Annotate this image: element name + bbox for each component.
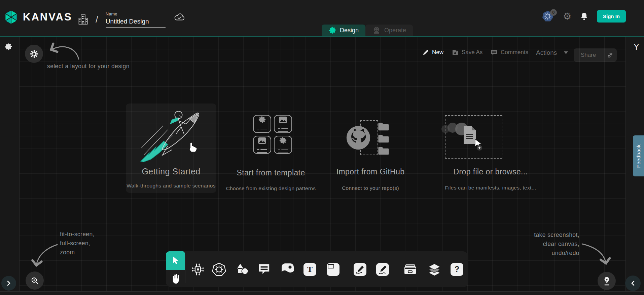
dock-divider bbox=[396, 255, 396, 283]
pan-tool-button[interactable] bbox=[166, 270, 185, 287]
magnifier-plus-icon bbox=[31, 277, 39, 285]
card-drop-file[interactable]: Drop file or browse... Files can be mani… bbox=[441, 113, 540, 190]
save-as-button[interactable]: Save As bbox=[452, 49, 482, 56]
operate-headset-icon bbox=[372, 26, 381, 35]
kubernetes-context-count-badge: 0 bbox=[550, 9, 557, 16]
cursor-arrow-icon bbox=[171, 256, 180, 265]
new-label: New bbox=[432, 49, 443, 56]
card-title: Drop file or browse... bbox=[441, 167, 540, 176]
screenshot-pen-button[interactable] bbox=[598, 272, 616, 290]
layers-tool-button[interactable] bbox=[425, 251, 444, 287]
mode-tabbar: Design Operate bbox=[322, 25, 413, 36]
share-button[interactable]: Share bbox=[574, 48, 617, 62]
panel-collapse-button[interactable] bbox=[625, 276, 641, 291]
kubernetes-context-switcher[interactable]: 0 bbox=[542, 10, 554, 23]
view-controls-hint-text: fit-to-screen, full-screen, zoom bbox=[60, 230, 95, 257]
sidebar-expand-button[interactable] bbox=[1, 276, 16, 291]
comment-tool-button[interactable] bbox=[255, 251, 274, 287]
pencil-new-icon bbox=[422, 49, 429, 56]
layers-icon bbox=[427, 263, 441, 276]
card-title: Import from GitHub bbox=[325, 167, 416, 176]
meshery-spinner-icon bbox=[4, 43, 12, 51]
design-pinwheel-icon bbox=[328, 26, 336, 34]
chevron-left-icon bbox=[631, 280, 635, 286]
card-title: Start from template bbox=[224, 168, 318, 177]
image-tool-button[interactable] bbox=[278, 251, 297, 287]
sign-in-button[interactable]: Sign In bbox=[597, 10, 626, 23]
share-label: Share bbox=[574, 52, 603, 58]
layout-snowflake-icon bbox=[30, 49, 39, 58]
drawer-tool-button[interactable] bbox=[401, 251, 420, 287]
pen-tool-tile bbox=[354, 263, 366, 276]
tab-operate[interactable]: Operate bbox=[365, 25, 413, 36]
kanvas-logo-icon bbox=[4, 9, 18, 25]
question-mark-glyph: ? bbox=[455, 265, 459, 274]
help-tool-tile: ? bbox=[451, 263, 463, 276]
kanvas-app: KANVAS / Name bbox=[0, 0, 644, 295]
chevron-down-icon bbox=[564, 51, 568, 54]
pen-tool-button[interactable] bbox=[351, 251, 369, 287]
y-resize-handle[interactable]: Y bbox=[634, 42, 639, 52]
note-tool-button[interactable] bbox=[324, 251, 343, 287]
comments-button[interactable]: Comments bbox=[491, 49, 528, 56]
notifications-bell-icon[interactable] bbox=[580, 12, 588, 21]
hand-icon bbox=[171, 273, 180, 284]
bottom-edge bbox=[0, 291, 644, 295]
canvas-actions-hint-text: take screenshot, clear canvas, undo/redo bbox=[534, 230, 579, 258]
organization-building-icon[interactable] bbox=[78, 13, 88, 26]
actions-dropdown[interactable]: Actions bbox=[536, 49, 568, 56]
layout-hint-text: select a layout for your design bbox=[47, 62, 130, 71]
tab-design-label: Design bbox=[340, 27, 359, 34]
kubernetes-wheel-icon bbox=[212, 262, 226, 277]
zoom-in-button[interactable] bbox=[26, 271, 44, 290]
comment-bubble-icon bbox=[258, 263, 271, 275]
card-subtitle: Choose from existing design patterns bbox=[219, 185, 323, 192]
card-title: Getting Started bbox=[126, 167, 216, 176]
feedback-tab[interactable]: Feedback bbox=[633, 135, 644, 176]
tab-design[interactable]: Design bbox=[322, 25, 365, 36]
shapes-icon bbox=[236, 263, 249, 276]
card-import-github[interactable]: Import from GitHub Connect to your repo(… bbox=[325, 113, 416, 190]
dock-divider bbox=[347, 255, 347, 283]
component-tool-button[interactable] bbox=[188, 251, 207, 287]
comment-icon bbox=[491, 49, 498, 56]
kubernetes-tool-button[interactable] bbox=[210, 251, 228, 287]
share-link-icon bbox=[603, 52, 617, 58]
breadcrumb-separator: / bbox=[96, 14, 98, 25]
help-tool-button[interactable]: ? bbox=[448, 251, 466, 287]
dock-divider bbox=[231, 255, 231, 283]
cloud-sync-status-icon bbox=[174, 13, 185, 23]
comments-label: Comments bbox=[501, 49, 528, 56]
pencil-tool-tile bbox=[376, 263, 389, 276]
settings-gear-icon[interactable]: ⚙ bbox=[563, 12, 571, 21]
text-tool-button[interactable]: T bbox=[300, 251, 319, 287]
card-getting-started[interactable]: Getting Started Walk-throughs and sample… bbox=[126, 103, 216, 193]
canvas-top-border bbox=[0, 36, 644, 37]
design-name-label: Name bbox=[106, 11, 166, 16]
pencil-tool-button[interactable] bbox=[373, 251, 392, 287]
template-tiles bbox=[253, 115, 292, 154]
brand-title: KANVAS bbox=[23, 11, 72, 23]
text-T-glyph: T bbox=[307, 265, 313, 274]
text-tool-tile: T bbox=[303, 263, 316, 276]
new-design-button[interactable]: New bbox=[422, 49, 443, 56]
rocket-rider-illustration bbox=[138, 106, 207, 164]
chevron-right-icon bbox=[7, 280, 11, 286]
card-start-from-template[interactable]: Start from template Choose from existing… bbox=[224, 113, 318, 190]
drop-file-illustration bbox=[441, 113, 505, 163]
save-as-label: Save As bbox=[462, 49, 482, 56]
dock-divider bbox=[185, 255, 185, 283]
pen-path-icon bbox=[355, 265, 365, 274]
select-tool-button[interactable] bbox=[166, 251, 185, 270]
drawer-archive-icon bbox=[403, 263, 417, 275]
shapes-tool-button[interactable] bbox=[233, 251, 252, 287]
design-name-input[interactable] bbox=[106, 17, 166, 28]
pencil-draw-icon bbox=[378, 265, 387, 274]
circuit-component-icon bbox=[191, 263, 205, 276]
github-octocat-icon bbox=[346, 125, 371, 151]
layout-select-button[interactable] bbox=[25, 45, 43, 63]
tool-dock: T bbox=[166, 251, 468, 287]
card-subtitle: Files can be manifests, images, text... bbox=[438, 185, 543, 191]
left-rail bbox=[0, 37, 20, 292]
card-subtitle: Walk-throughs and sample scenarios bbox=[123, 183, 219, 189]
